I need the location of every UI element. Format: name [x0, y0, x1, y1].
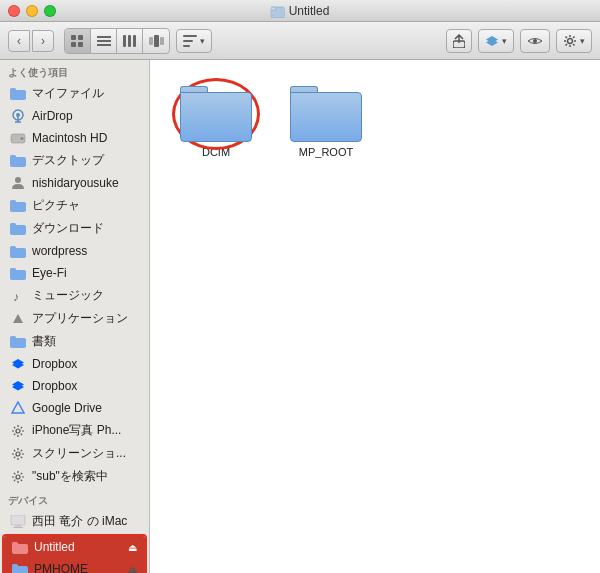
sidebar-item-imac[interactable]: 西田 竜介 の iMac: [2, 510, 147, 533]
list-view-button[interactable]: [91, 29, 117, 53]
sidebar-item-untitled[interactable]: Untitled ⏏: [4, 536, 145, 558]
svg-marker-49: [12, 402, 24, 413]
gear-icon: [563, 34, 577, 48]
window-controls[interactable]: [8, 5, 56, 17]
sidebar-item-label-dropbox2: Dropbox: [32, 379, 139, 393]
close-button[interactable]: [8, 5, 20, 17]
sidebar-item-nishida[interactable]: nishidaryousuke: [2, 172, 147, 194]
svg-rect-8: [97, 44, 111, 46]
coverflow-view-button[interactable]: [143, 29, 169, 53]
sidebar-item-label-dropbox1: Dropbox: [32, 357, 139, 371]
sidebar-item-pmhome[interactable]: PMHOME ⏏: [4, 558, 145, 573]
file-item-dcim[interactable]: DCIM: [176, 86, 256, 158]
sidebar-item-label-airdrop: AirDrop: [32, 109, 139, 123]
sidebar-item-pictures[interactable]: ピクチャ: [2, 194, 147, 217]
sidebar-item-myfiles[interactable]: マイファイル: [2, 82, 147, 105]
svg-rect-55: [13, 527, 23, 528]
sidebar-item-label-nishida: nishidaryousuke: [32, 176, 139, 190]
sidebar-item-music[interactable]: ♪ ミュージック: [2, 284, 147, 307]
svg-rect-2: [71, 35, 76, 40]
eye-icon: [527, 36, 543, 46]
svg-rect-6: [97, 36, 111, 38]
svg-rect-11: [133, 35, 136, 47]
sidebar-item-desktop[interactable]: デスクトップ: [2, 149, 147, 172]
sidebar-item-iphonephotos[interactable]: iPhone写真 Ph...: [2, 419, 147, 442]
eject-button-pmhome[interactable]: ⏏: [128, 564, 137, 574]
sidebar-item-label-imac: 西田 竜介 の iMac: [32, 513, 139, 530]
back-button[interactable]: ‹: [8, 30, 30, 52]
sidebar-item-icon-eyefi: [10, 265, 26, 281]
sidebar-item-downloads[interactable]: ダウンロード: [2, 217, 147, 240]
gear-dropdown-arrow: ▾: [580, 36, 585, 46]
svg-point-50: [16, 429, 20, 433]
sidebar-item-apps[interactable]: アプリケーション: [2, 307, 147, 330]
svg-text:♪: ♪: [13, 290, 19, 303]
eye-button[interactable]: [520, 29, 550, 53]
svg-rect-41: [10, 268, 16, 272]
window-title-icon: [271, 4, 285, 18]
svg-rect-5: [78, 42, 83, 47]
svg-rect-53: [11, 515, 25, 525]
icon-view-button[interactable]: [65, 29, 91, 53]
sidebar-item-label-untitled: Untitled: [34, 540, 122, 554]
sidebar-item-label-screenshot: スクリーンショ...: [32, 445, 139, 462]
sidebar-item-search[interactable]: "sub"を検索中: [2, 465, 147, 488]
gear-button[interactable]: ▾: [556, 29, 592, 53]
svg-point-28: [16, 113, 20, 117]
dropbox-button[interactable]: ▾: [478, 29, 514, 53]
maximize-button[interactable]: [44, 5, 56, 17]
sidebar-item-icon-imac: [10, 514, 26, 530]
view-mode-buttons[interactable]: [64, 28, 170, 54]
sidebar-item-eyefi[interactable]: Eye-Fi: [2, 262, 147, 284]
forward-button[interactable]: ›: [32, 30, 54, 52]
svg-rect-17: [183, 45, 190, 47]
devices-header: デバイス: [0, 488, 149, 510]
svg-rect-57: [12, 542, 18, 546]
minimize-button[interactable]: [26, 5, 38, 17]
toolbar: ‹ ›: [0, 22, 600, 60]
eject-button-untitled[interactable]: ⏏: [128, 542, 137, 553]
svg-rect-37: [10, 223, 16, 227]
svg-rect-7: [97, 40, 111, 42]
sidebar-item-books[interactable]: 書類: [2, 330, 147, 353]
sidebar-item-icon-dropbox1: [10, 356, 26, 372]
list-view-icon: [97, 35, 111, 47]
svg-rect-1: [271, 7, 276, 10]
sidebar-item-label-macintosh: Macintosh HD: [32, 131, 139, 145]
sidebar-item-label-eyefi: Eye-Fi: [32, 266, 139, 280]
icon-view-icon: [71, 35, 85, 47]
svg-rect-10: [128, 35, 131, 47]
sidebar-item-icon-downloads: [10, 221, 26, 237]
share-icon: [453, 34, 465, 48]
svg-point-30: [21, 137, 24, 140]
sidebar-item-gdrive[interactable]: Google Drive: [2, 397, 147, 419]
sidebar-item-dropbox2[interactable]: Dropbox: [2, 375, 147, 397]
sidebar-item-label-myfiles: マイファイル: [32, 85, 139, 102]
sidebar-item-label-music: ミュージック: [32, 287, 139, 304]
column-view-icon: [123, 35, 137, 47]
column-view-button[interactable]: [117, 29, 143, 53]
sidebar-item-icon-search: [10, 469, 26, 485]
sidebar-item-dropbox1[interactable]: Dropbox: [2, 353, 147, 375]
share-button[interactable]: [446, 29, 472, 53]
sidebar-item-macintosh[interactable]: Macintosh HD: [2, 127, 147, 149]
coverflow-view-icon: [148, 35, 164, 47]
svg-rect-39: [10, 246, 16, 250]
devices-list: 西田 竜介 の iMac Untitled ⏏ PMHOME ⏏: [0, 510, 149, 573]
dropbox-dropdown-arrow: ▾: [502, 36, 507, 46]
nav-buttons[interactable]: ‹ ›: [8, 30, 54, 52]
sidebar-item-wordpress[interactable]: wordpress: [2, 240, 147, 262]
file-item-mproot[interactable]: MP_ROOT: [286, 86, 366, 158]
svg-rect-4: [71, 42, 76, 47]
arrange-button[interactable]: ▾: [176, 29, 212, 53]
sidebar-item-icon-nishida: [10, 175, 26, 191]
window-title-area: Untitled: [271, 4, 330, 18]
sidebar-item-icon-myfiles: [10, 86, 26, 102]
sidebar-item-icon-pictures: [10, 198, 26, 214]
sidebar-item-icon-iphonephotos: [10, 423, 26, 439]
sidebar-item-screenshot[interactable]: スクリーンショ...: [2, 442, 147, 465]
folder-body: [290, 92, 362, 142]
sidebar-item-airdrop[interactable]: AirDrop: [2, 105, 147, 127]
svg-point-33: [15, 177, 21, 183]
arrange-icon: [183, 35, 197, 47]
